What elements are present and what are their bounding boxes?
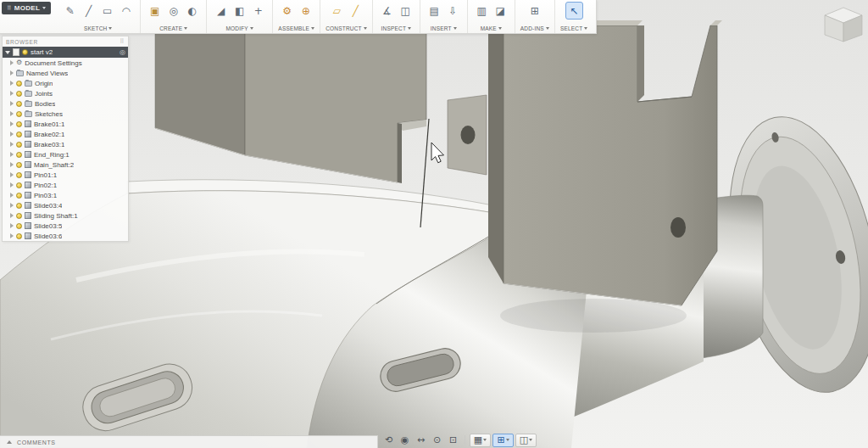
sweep-button[interactable]: ◐ [183, 2, 201, 20]
expand-arrow-icon[interactable] [10, 132, 14, 137]
toolbar-menu-add-ins[interactable]: ADD-INS [520, 25, 549, 31]
decal-button[interactable]: ⇩ [444, 2, 462, 20]
display-settings-button[interactable]: ▦ [470, 434, 491, 447]
expand-arrow-icon[interactable] [10, 81, 14, 86]
visibility-bulb-icon[interactable] [16, 203, 22, 209]
sketch-line-button[interactable]: ╱ [80, 2, 97, 20]
expand-arrow-icon[interactable] [10, 121, 14, 126]
move-button[interactable]: + [249, 2, 267, 20]
browser-item-brake02[interactable]: Brake02:1 [3, 129, 128, 139]
view-cube[interactable] [825, 8, 862, 42]
expand-arrow-icon[interactable] [10, 233, 14, 238]
visibility-bulb-icon[interactable] [16, 162, 22, 168]
comments-bar[interactable]: COMMENTS [0, 435, 378, 448]
toolbar-menu-make[interactable]: MAKE [473, 25, 509, 31]
browser-item-joints[interactable]: Joints [3, 88, 128, 98]
browser-item-named-views[interactable]: Named Views [3, 68, 128, 78]
fit-button[interactable]: ⊡ [446, 434, 460, 447]
browser-item-slide03-6[interactable]: Slide03:6 [3, 231, 128, 241]
select-button[interactable]: ↖ [565, 2, 583, 20]
sketch-rectangle-button[interactable]: ▭ [98, 2, 116, 20]
browser-root-item[interactable]: start v2 ◎ [3, 47, 128, 58]
section-analysis-button[interactable]: ◫ [397, 2, 415, 20]
visibility-bulb-icon[interactable] [16, 81, 22, 87]
expand-arrow-icon[interactable] [10, 111, 14, 116]
construction-axis-button[interactable]: ╱ [347, 2, 364, 20]
measure-button[interactable]: ∡ [378, 2, 396, 20]
joint-button[interactable]: ⊕ [297, 2, 314, 20]
create-sketch-button[interactable]: ✎ [61, 2, 79, 20]
visibility-bulb-icon[interactable] [16, 132, 22, 137]
look-at-button[interactable]: ◉ [398, 434, 412, 447]
visibility-bulb-icon[interactable] [16, 182, 22, 188]
visibility-bulb-icon[interactable] [16, 223, 22, 229]
toolbar-menu-assemble[interactable]: ASSEMBLE [278, 25, 314, 31]
visibility-bulb-icon[interactable] [16, 152, 22, 158]
construction-plane-button[interactable]: ▱ [328, 2, 346, 20]
shell-button[interactable]: ◧ [231, 2, 248, 20]
visibility-bulb-icon[interactable] [16, 111, 22, 117]
expand-arrow-icon[interactable] [10, 101, 14, 106]
visibility-bulb-icon[interactable] [16, 213, 22, 219]
expand-arrow-icon[interactable] [10, 152, 14, 157]
collapse-arrow-icon[interactable] [5, 51, 10, 54]
expand-arrow-icon[interactable] [10, 172, 14, 177]
toolbar-menu-insert[interactable]: INSERT [426, 25, 462, 31]
browser-item-origin[interactable]: Origin [3, 78, 128, 88]
scripts-addins-button[interactable]: ⊞ [526, 2, 543, 20]
browser-item-pin03[interactable]: Pin03:1 [3, 190, 128, 200]
activate-component-icon[interactable]: ◎ [120, 49, 125, 56]
pan-button[interactable]: ↔ [414, 434, 428, 447]
toolbar-menu-modify[interactable]: MODIFY [212, 25, 267, 31]
browser-item-slide03-5[interactable]: Slide03:5 [3, 221, 128, 231]
expand-arrow-icon[interactable] [10, 203, 14, 208]
expand-arrow-icon[interactable] [10, 142, 14, 147]
browser-item-brake01[interactable]: Brake01:1 [3, 119, 128, 129]
expand-arrow-icon[interactable] [10, 223, 14, 228]
visibility-bulb-icon[interactable] [16, 101, 22, 107]
revolve-button[interactable]: ◎ [164, 2, 182, 20]
browser-item-sliding-shaft[interactable]: Sliding Shaft:1 [3, 210, 128, 221]
viewports-button[interactable]: ◫ [515, 434, 537, 447]
toolbar-menu-inspect[interactable]: INSPECT [378, 25, 415, 31]
cam-button[interactable]: ◪ [492, 2, 509, 20]
visibility-bulb-icon[interactable] [16, 142, 22, 148]
insert-mesh-button[interactable]: ▤ [426, 2, 443, 20]
toolbar-menu-select[interactable]: SELECT [560, 25, 588, 31]
print-3d-button[interactable]: ▥ [473, 2, 491, 20]
browser-item-end-ring[interactable]: End_Ring:1 [3, 149, 128, 160]
expand-arrow-icon[interactable] [10, 60, 14, 65]
browser-item-brake03[interactable]: Brake03:1 [3, 139, 128, 149]
browser-item-pin02[interactable]: Pin02:1 [3, 180, 128, 190]
new-component-button[interactable]: ⚙ [278, 2, 296, 20]
grid-and-snaps-button[interactable]: ⊞ [492, 434, 514, 447]
expand-arrow-icon[interactable] [10, 182, 14, 188]
expand-arrow-icon[interactable] [10, 70, 14, 76]
browser-item-main-shaft[interactable]: Main_Shaft:2 [3, 160, 128, 170]
browser-header[interactable]: BROWSER ⠿ [3, 36, 128, 47]
visibility-bulb-icon[interactable] [16, 121, 22, 127]
toolbar-menu-construct[interactable]: CONSTRUCT [326, 25, 367, 31]
visibility-bulb-icon[interactable] [16, 193, 22, 199]
zoom-button[interactable]: ⊙ [430, 434, 444, 447]
browser-item-slide03-4[interactable]: Slide03:4 [3, 200, 128, 210]
browser-item-pin01[interactable]: Pin01:1 [3, 170, 128, 180]
workspace-switcher[interactable]: ⠿ MODEL [2, 2, 51, 14]
toolbar-menu-create[interactable]: CREATE [146, 25, 201, 31]
visibility-bulb-icon[interactable] [16, 233, 22, 239]
visibility-bulb-icon[interactable] [16, 91, 22, 97]
viewport-3d[interactable] [0, 0, 868, 448]
visibility-bulb-icon[interactable] [22, 49, 28, 55]
expand-arrow-icon[interactable] [10, 91, 14, 96]
browser-item-document-settings[interactable]: ⚙ Document Settings [3, 58, 128, 68]
orbit-button[interactable]: ⟲ [381, 434, 396, 447]
expand-arrow-icon[interactable] [10, 193, 14, 198]
toolbar-menu-sketch[interactable]: SKETCH [61, 25, 135, 31]
visibility-bulb-icon[interactable] [16, 172, 22, 178]
browser-item-sketches[interactable]: Sketches [3, 109, 128, 119]
expand-arrow-icon[interactable] [10, 162, 14, 167]
browser-item-bodies[interactable]: Bodies [3, 98, 128, 109]
press-pull-button[interactable]: ◢ [212, 2, 230, 20]
sketch-arc-button[interactable]: ◠ [117, 2, 135, 20]
extrude-button[interactable]: ▣ [146, 2, 164, 20]
